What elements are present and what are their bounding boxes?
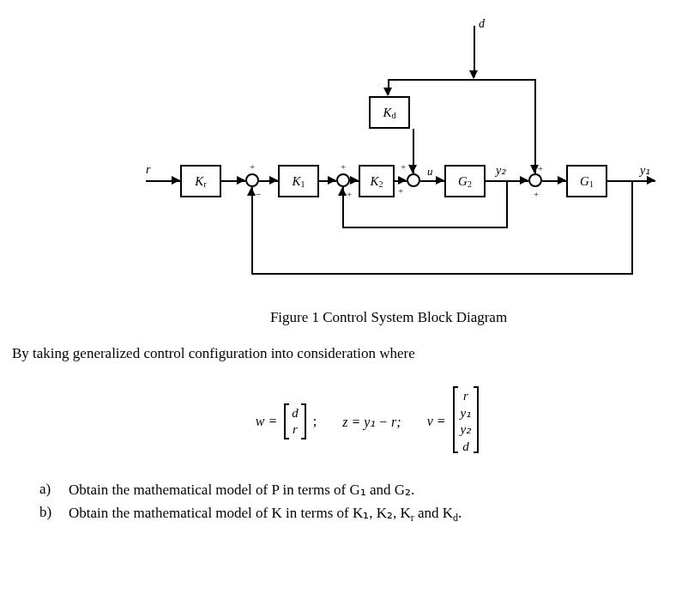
label-y2: y₂ xyxy=(496,163,506,178)
sign-plus: + xyxy=(347,189,352,199)
figure-caption: Figure 1 Control System Block Diagram xyxy=(0,309,700,326)
w-definition: w = d r ; xyxy=(256,403,317,440)
sign-plus: + xyxy=(398,185,403,196)
description-text: By taking generalized control configurat… xyxy=(12,345,700,362)
summing-junction-4 xyxy=(528,173,542,187)
block-diagram: r Kr + − K1 + + K2 + + u G2 y₂ + + xyxy=(15,17,685,300)
block-k2: K2 xyxy=(359,165,395,197)
label-d: d xyxy=(479,17,485,31)
questions: a) Obtain the mathematical model of P in… xyxy=(39,481,700,524)
block-g1: G1 xyxy=(566,165,607,197)
label-u: u xyxy=(427,165,433,179)
math-definitions: w = d r ; z = y₁ − r; v = r y₁ y₂ d xyxy=(0,386,700,457)
question-a: a) Obtain the mathematical model of P in… xyxy=(39,481,700,499)
summing-junction-3 xyxy=(407,173,420,187)
question-b: b) Obtain the mathematical model of K in… xyxy=(39,504,700,524)
sign-minus: − xyxy=(256,189,261,199)
block-kd: Kd xyxy=(369,96,410,129)
v-definition: v = r y₁ y₂ d xyxy=(427,386,480,457)
sign-plus: + xyxy=(250,161,255,172)
z-definition: z = y₁ − r; xyxy=(342,414,401,430)
block-k1: K1 xyxy=(278,165,319,197)
sign-plus: + xyxy=(341,161,346,172)
sign-plus: + xyxy=(401,161,406,172)
summing-junction-1 xyxy=(245,173,259,187)
block-kr: Kr xyxy=(180,165,221,197)
summing-junction-2 xyxy=(336,173,350,187)
sign-plus: + xyxy=(534,189,539,199)
label-r: r xyxy=(146,163,150,177)
block-g2: G2 xyxy=(444,165,486,197)
